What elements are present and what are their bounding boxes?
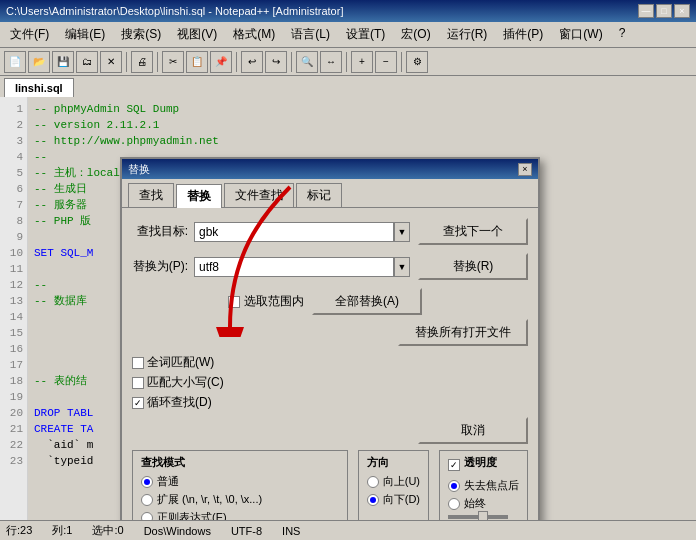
menu-language[interactable]: 语言(L) xyxy=(285,24,336,45)
search-dropdown[interactable]: ▼ xyxy=(394,222,410,242)
close-button[interactable]: ✕ xyxy=(100,51,122,73)
replace-button[interactable]: ↔ xyxy=(320,51,342,73)
range-check-label: 选取范围内 xyxy=(244,293,304,310)
transparency-slider-wrap xyxy=(448,515,519,519)
dialog-close-button[interactable]: × xyxy=(518,163,532,176)
replace-all-button[interactable]: 全部替换(A) xyxy=(312,288,422,315)
status-col: 列:1 xyxy=(52,523,72,538)
zoom-out-button[interactable]: − xyxy=(375,51,397,73)
transparency-slider-track xyxy=(448,515,508,519)
mode-regex-radio[interactable] xyxy=(141,512,153,521)
dialog-tab-mark[interactable]: 标记 xyxy=(296,183,342,207)
menu-window[interactable]: 窗口(W) xyxy=(553,24,608,45)
transparency-header: 透明度 xyxy=(448,455,519,474)
button-col-top: 查找下一个 xyxy=(418,218,528,245)
menu-settings[interactable]: 设置(T) xyxy=(340,24,391,45)
menu-file[interactable]: 文件(F) xyxy=(4,24,55,45)
editor-wrapper: 1234567891011121314151617181920212223 --… xyxy=(0,97,696,520)
redo-button[interactable]: ↪ xyxy=(265,51,287,73)
status-line: 行:23 xyxy=(6,523,32,538)
undo-button[interactable]: ↩ xyxy=(241,51,263,73)
fullword-label: 全词匹配(W) xyxy=(147,354,214,371)
replace-input[interactable] xyxy=(194,257,394,277)
tab-linshi[interactable]: linshi.sql xyxy=(4,78,74,97)
trans-always-radio[interactable] xyxy=(448,498,460,510)
cut-button[interactable]: ✂ xyxy=(162,51,184,73)
menu-view[interactable]: 视图(V) xyxy=(171,24,223,45)
trans-blur-label: 失去焦点后 xyxy=(464,478,519,493)
separator-5 xyxy=(346,52,347,72)
search-mode-title: 查找模式 xyxy=(141,455,339,470)
copy-button[interactable]: 📋 xyxy=(186,51,208,73)
save-all-button[interactable]: 🗂 xyxy=(76,51,98,73)
search-input[interactable] xyxy=(194,222,394,242)
menu-edit[interactable]: 编辑(E) xyxy=(59,24,111,45)
menu-run[interactable]: 运行(R) xyxy=(441,24,494,45)
menu-search[interactable]: 搜索(S) xyxy=(115,24,167,45)
dialog-tab-find[interactable]: 查找 xyxy=(128,183,174,207)
replace-button[interactable]: 替换(R) xyxy=(418,253,528,280)
fullword-checkbox[interactable] xyxy=(132,357,144,369)
replace-all-files-button[interactable]: 替换所有打开文件 xyxy=(398,319,528,346)
trans-always: 始终 xyxy=(448,496,519,511)
replace-dialog: 替换 × 查找 替换 文件查找 标记 查找目标: xyxy=(120,157,540,520)
replace-dropdown[interactable]: ▼ xyxy=(394,257,410,277)
find-button[interactable]: 🔍 xyxy=(296,51,318,73)
menu-format[interactable]: 格式(M) xyxy=(227,24,281,45)
dialog-title-bar: 替换 × xyxy=(122,159,538,179)
menu-macro[interactable]: 宏(O) xyxy=(395,24,436,45)
direction-title: 方向 xyxy=(367,455,420,470)
dir-down-label: 向下(D) xyxy=(383,492,420,507)
transparency-section: 透明度 失去焦点后 始终 xyxy=(439,450,528,520)
dialog-tab-replace[interactable]: 替换 xyxy=(176,184,222,208)
cancel-button[interactable]: 取消 xyxy=(418,417,528,444)
replace-input-wrap: ▼ xyxy=(194,257,410,277)
dialog-tab-filefind[interactable]: 文件查找 xyxy=(224,183,294,207)
trans-always-label: 始终 xyxy=(464,496,486,511)
search-mode-section: 查找模式 普通 扩展 (\n, \r, \t, \0, \x...) xyxy=(132,450,348,520)
matchcase-checkbox[interactable] xyxy=(132,377,144,389)
dialog-overlay: 替换 × 查找 替换 文件查找 标记 查找目标: xyxy=(0,97,696,520)
open-button[interactable]: 📂 xyxy=(28,51,50,73)
transparency-checkbox[interactable] xyxy=(448,459,460,471)
title-bar: C:\Users\Administrator\Desktop\linshi.sq… xyxy=(0,0,696,22)
toolbar: 📄 📂 💾 🗂 ✕ 🖨 ✂ 📋 📌 ↩ ↪ 🔍 ↔ + − ⚙ xyxy=(0,48,696,76)
dir-down-radio[interactable] xyxy=(367,494,379,506)
save-button[interactable]: 💾 xyxy=(52,51,74,73)
menu-plugins[interactable]: 插件(P) xyxy=(497,24,549,45)
direction-section: 方向 向上(U) 向下(D) xyxy=(358,450,429,520)
search-row: 查找目标: ▼ 查找下一个 xyxy=(132,218,528,245)
transparency-title: 透明度 xyxy=(464,455,497,470)
menu-help[interactable]: ? xyxy=(613,24,632,45)
mode-extended: 扩展 (\n, \r, \t, \0, \x...) xyxy=(141,492,339,507)
search-input-wrap: ▼ xyxy=(194,222,410,242)
minimize-button[interactable]: — xyxy=(638,4,654,18)
maximize-button[interactable]: □ xyxy=(656,4,672,18)
trans-blur: 失去焦点后 xyxy=(448,478,519,493)
separator-2 xyxy=(157,52,158,72)
checkbox-fullword: 全词匹配(W) xyxy=(132,354,528,371)
mode-extended-radio[interactable] xyxy=(141,494,153,506)
dir-up-radio[interactable] xyxy=(367,476,379,488)
transparency-slider-thumb[interactable] xyxy=(478,511,488,520)
range-check-wrap: 选取范围内 xyxy=(228,293,304,310)
separator-6 xyxy=(401,52,402,72)
find-next-button[interactable]: 查找下一个 xyxy=(418,218,528,245)
replace-row: 替换为(P): ▼ 替换(R) xyxy=(132,253,528,280)
mode-normal-radio[interactable] xyxy=(141,476,153,488)
trans-blur-radio[interactable] xyxy=(448,480,460,492)
paste-button[interactable]: 📌 xyxy=(210,51,232,73)
cancel-row: 取消 xyxy=(132,417,528,444)
loop-checkbox[interactable] xyxy=(132,397,144,409)
print-button[interactable]: 🖨 xyxy=(131,51,153,73)
button-col-replace: 替换(R) xyxy=(418,253,528,280)
zoom-in-button[interactable]: + xyxy=(351,51,373,73)
range-checkbox[interactable] xyxy=(228,296,240,308)
status-bar: 行:23 列:1 选中:0 Dos\Windows UTF-8 INS xyxy=(0,520,696,540)
settings-button[interactable]: ⚙ xyxy=(406,51,428,73)
separator-3 xyxy=(236,52,237,72)
checkbox-matchcase: 匹配大小写(C) xyxy=(132,374,528,391)
mode-regex-label: 正则表达式(E) xyxy=(157,510,227,520)
close-button[interactable]: × xyxy=(674,4,690,18)
new-button[interactable]: 📄 xyxy=(4,51,26,73)
